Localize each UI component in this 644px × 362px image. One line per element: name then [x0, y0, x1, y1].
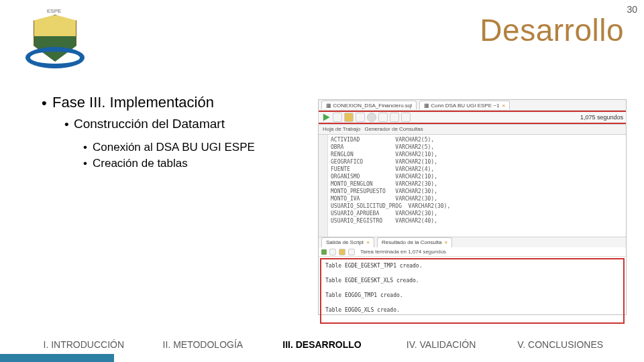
rollback-icon[interactable]: [356, 113, 365, 122]
tab-icon: ▦: [424, 103, 429, 109]
run-script-icon[interactable]: [333, 113, 342, 122]
close-icon[interactable]: ×: [443, 239, 448, 245]
bullet-level-3: Creación de tablas: [83, 157, 310, 170]
output-line: Table EOGOG_TMP1 creado.: [325, 292, 619, 300]
footer-item-conclusiones: V. CONCLUSIONES: [500, 339, 620, 350]
output-line: Table EGDE_EGESKT_TMP1 creado.: [325, 262, 619, 270]
code-line: GEOGRAFICO VARCHAR2(10),: [331, 158, 623, 166]
clear-icon[interactable]: [348, 249, 355, 255]
page-number: 30: [627, 4, 637, 15]
footer-nav: I. INTRODUCCIÓN II. METODOLOGÍA III. DES…: [0, 339, 644, 350]
worksheet-tab[interactable]: Hoja de Trabajo: [323, 124, 360, 134]
sql-developer-screenshot: ▦ CONEXION_DSA_Financiero.sql ▦ Conn DSA…: [318, 99, 627, 315]
file-tabs: ▦ CONEXION_DSA_Financiero.sql ▦ Conn DSA…: [319, 100, 626, 111]
bullet-level-3: Conexión al DSA BU UGI ESPE: [83, 141, 310, 154]
code-editor[interactable]: ACTIVIDAD VARCHAR2(5), OBRA VARCHAR2(5),…: [319, 135, 626, 237]
explain-icon[interactable]: [378, 113, 388, 122]
footer-item-validacion: IV. VALIDACIÓN: [382, 339, 501, 350]
file-tab[interactable]: ▦ Conn DSA BU UGI ESPE ~1 ×: [419, 101, 510, 109]
footer-item-metodologia: II. METODOLOGÍA: [144, 339, 263, 350]
code-line: MONTO_PRESUPUESTO VARCHAR2(30),: [331, 188, 623, 195]
file-tab[interactable]: ▦ CONEXION_DSA_Financiero.sql: [321, 101, 417, 109]
clear-icon[interactable]: [401, 113, 411, 122]
accent-bar: [0, 354, 114, 362]
code-line: OBRA VARCHAR2(5),: [331, 143, 623, 151]
tab-label: CONEXION_DSA_Financiero.sql: [333, 103, 412, 109]
run-icon[interactable]: [321, 113, 331, 122]
querybuilder-tab[interactable]: Generador de Consultas: [364, 124, 423, 134]
gutter: [319, 135, 328, 237]
script-output: Table EGDE_EGESKT_TMP1 creado. Table EGD…: [320, 258, 625, 324]
script-output-tab[interactable]: Salida de Script ×: [321, 237, 374, 247]
toolbar-time: 1,075 segundos: [580, 114, 623, 121]
footer-item-desarrollo: III. DESARROLLO: [262, 339, 382, 350]
result-status-bar: Tarea terminada en 1,074 segundos: [319, 247, 626, 257]
query-result-tab[interactable]: Resultado de la Consulta ×: [377, 237, 452, 247]
pin-icon[interactable]: [321, 249, 327, 255]
code-line: ACTIVIDAD VARCHAR2(5),: [331, 136, 623, 143]
bullet-level-2: Construcción del Datamart: [64, 117, 310, 131]
code-line: FUENTE VARCHAR2(4),: [331, 166, 623, 173]
tab-icon: ▦: [326, 103, 331, 109]
code-line: USUARIO_SOLICITUD_PROG VARCHAR2(30),: [331, 202, 623, 210]
code-line: MONTO_IVA VARCHAR2(30),: [331, 195, 623, 202]
worksheet-tabs: Hoja de Trabajo Generador de Consultas: [319, 124, 626, 135]
output-line: Table EGDE_EGESKT_XLS creado.: [325, 277, 619, 285]
bullet-level-1: Fase III. Implementación: [42, 94, 310, 111]
autotrace-icon[interactable]: [390, 113, 399, 122]
commit-icon[interactable]: [344, 113, 354, 122]
espe-logo: ESPE: [23, 9, 87, 74]
code-line: USUARIO_APRUEBA VARCHAR2(30),: [331, 210, 623, 217]
tab-label: Conn DSA BU UGI ESPE ~1: [431, 103, 499, 109]
toolbar: 1,075 segundos: [319, 111, 626, 124]
close-icon[interactable]: ×: [365, 239, 370, 245]
code-line: RENGLON VARCHAR2(10),: [331, 151, 623, 158]
result-tabs: Salida de Script × Resultado de la Consu…: [319, 237, 626, 247]
doc-icon[interactable]: [329, 249, 336, 255]
code-lines: ACTIVIDAD VARCHAR2(5), OBRA VARCHAR2(5),…: [331, 136, 623, 225]
page-title: Desarrollo: [480, 12, 624, 48]
code-line: ORGANISMO VARCHAR2(10),: [331, 173, 623, 180]
settings-icon[interactable]: [367, 113, 376, 122]
tab-label: Resultado de la Consulta: [382, 239, 441, 245]
output-line: Table EOGOG_XLS creado.: [325, 306, 619, 314]
code-line: USUARIO_REGISTRO VARCHAR2(40),: [331, 217, 623, 225]
content-outline: Fase III. Implementación Construcción de…: [42, 94, 310, 172]
close-icon[interactable]: ×: [501, 103, 506, 109]
code-line: MONTO_RENGLON VARCHAR2(30),: [331, 180, 623, 188]
logo-label: ESPE: [47, 8, 61, 14]
result-status-text: Tarea terminada en 1,074 segundos: [358, 249, 446, 255]
footer-item-intro: I. INTRODUCCIÓN: [24, 339, 144, 350]
disk-icon[interactable]: [339, 249, 345, 255]
ring-icon: [25, 47, 85, 68]
tab-label: Salida de Script: [326, 239, 364, 245]
slide: ESPE Desarrollo 30 Fase III. Implementac…: [0, 0, 644, 362]
